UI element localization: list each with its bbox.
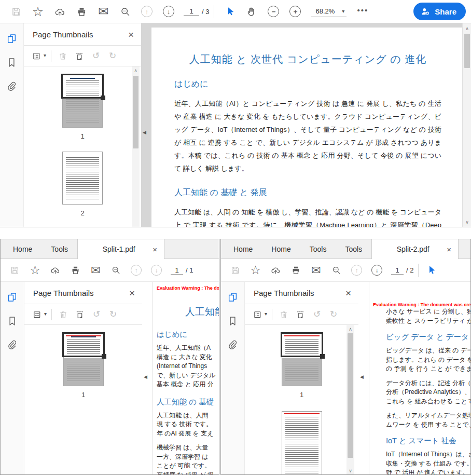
extract-page-icon — [75, 51, 84, 61]
scrollbar-thumb[interactable] — [348, 333, 353, 458]
scroll-up-icon[interactable]: ∧ — [463, 24, 471, 32]
scroll-down-icon[interactable]: ∨ — [463, 218, 471, 226]
attachments-tab[interactable] — [3, 77, 21, 95]
zoom-in-button[interactable]: + — [284, 3, 306, 20]
rotate-left-button[interactable]: ↺ — [309, 307, 325, 322]
page-thumbnails-tab[interactable] — [3, 30, 21, 47]
app-tab[interactable]: Tools — [41, 239, 77, 259]
page-number-input[interactable] — [184, 7, 199, 16]
bookmarks-tab[interactable] — [224, 312, 242, 330]
hand-tool-button[interactable] — [241, 3, 262, 20]
previous-page-button[interactable]: ↑ — [126, 262, 146, 279]
app-tab[interactable]: Home — [4, 239, 41, 259]
app-tab[interactable]: Home — [262, 239, 300, 259]
thumbnails-scrollbar[interactable]: ∧ — [132, 66, 140, 227]
rotate-left-button[interactable]: ↺ — [88, 49, 104, 63]
star-icon: ☆ — [30, 264, 40, 276]
thumbnail-options-button[interactable] — [29, 49, 45, 63]
delete-page-button[interactable] — [55, 49, 71, 63]
save-button[interactable] — [5, 262, 25, 279]
document-tab[interactable]: Split-1.pdf × — [77, 239, 164, 259]
rotate-left-button[interactable]: ↺ — [89, 307, 104, 322]
delete-page-button[interactable] — [276, 307, 292, 322]
favorite-button[interactable]: ☆ — [27, 3, 49, 20]
rotate-right-button[interactable]: ↻ — [326, 307, 341, 322]
close-icon[interactable]: × — [345, 288, 351, 298]
select-tool-button[interactable] — [219, 3, 241, 20]
page-number-input[interactable] — [391, 266, 404, 275]
cloud-upload-button[interactable] — [49, 3, 71, 20]
thumbnail-options-button[interactable] — [30, 307, 45, 322]
document-scrollbar[interactable]: ∧ ∨ — [462, 23, 471, 227]
thumbnails-scrollbar[interactable]: ∧ ∨ — [347, 325, 354, 474]
viewport-indicator[interactable] — [281, 332, 323, 357]
thumbnail-page-1[interactable]: 1 — [282, 333, 322, 399]
zoom-level-dropdown[interactable]: 68.2% ▾ — [311, 6, 347, 17]
close-icon[interactable]: × — [128, 30, 134, 39]
print-button[interactable] — [65, 262, 86, 279]
email-button[interactable]: ✉ — [306, 262, 326, 279]
favorite-button[interactable]: ☆ — [245, 262, 266, 279]
app-tab[interactable]: Tools — [300, 239, 336, 259]
scroll-up-icon[interactable]: ∧ — [347, 325, 354, 333]
find-button[interactable] — [326, 262, 347, 279]
thumbnail-options-button[interactable] — [250, 307, 266, 322]
find-button[interactable] — [106, 262, 126, 279]
document-view[interactable]: Evaluation Warning : The docum人工知能はじめに近年… — [153, 282, 219, 474]
next-page-button[interactable]: ↓ — [146, 262, 167, 279]
scrollbar-thumb[interactable] — [464, 34, 470, 68]
extract-page-button[interactable] — [72, 49, 87, 63]
rotate-right-button[interactable]: ↻ — [105, 49, 120, 63]
thumbnail-page-1[interactable]: 1 — [63, 333, 104, 399]
cloud-upload-button[interactable] — [45, 262, 65, 279]
thumbnail-page-2[interactable]: 2 — [62, 152, 103, 217]
document-view[interactable]: Evaluation Warning : The document was cr… — [369, 282, 470, 474]
app-tab[interactable]: Tools — [336, 239, 371, 259]
next-page-button[interactable]: ↓ — [367, 262, 387, 279]
extract-page-button[interactable] — [72, 307, 88, 322]
page-thumbnails-tab[interactable] — [4, 288, 21, 306]
document-tab[interactable]: Split-2.pdf × — [371, 239, 459, 259]
share-button[interactable]: Share — [413, 3, 466, 20]
favorite-button[interactable]: ☆ — [25, 262, 45, 279]
close-icon[interactable]: × — [129, 288, 135, 298]
previous-page-button[interactable]: ↑ — [347, 262, 367, 279]
close-icon[interactable]: × — [447, 246, 451, 253]
email-button[interactable]: ✉ — [86, 262, 106, 279]
print-button[interactable] — [286, 262, 306, 279]
bookmarks-tab[interactable] — [3, 53, 21, 71]
close-icon[interactable]: × — [153, 246, 157, 253]
previous-page-button[interactable]: ↑ — [136, 3, 158, 20]
print-button[interactable] — [71, 3, 92, 20]
viewport-indicator[interactable] — [62, 332, 105, 357]
delete-page-button[interactable] — [56, 307, 71, 322]
thumbnail-page-1[interactable]: 1 — [62, 75, 103, 140]
extract-page-button[interactable] — [293, 307, 308, 322]
cloud-upload-button[interactable] — [266, 262, 286, 279]
app-tab[interactable]: Home — [224, 239, 262, 259]
scroll-down-icon[interactable]: ∨ — [347, 467, 354, 474]
document-view[interactable]: 人工知能 と 次世代 コンピューティング の 進化 はじめに 近年、人工知能（A… — [151, 23, 471, 227]
save-button[interactable] — [225, 262, 245, 279]
collapse-panel-icon[interactable]: ◀ — [143, 130, 146, 135]
page-thumbnails-tab[interactable] — [224, 288, 242, 306]
select-tool-button[interactable] — [423, 262, 439, 279]
document-text: Evaluation Warning : The document was cr… — [369, 298, 470, 474]
scroll-up-icon[interactable]: ∧ — [132, 66, 140, 74]
scrollbar-thumb[interactable] — [133, 76, 138, 148]
bookmarks-tab[interactable] — [4, 312, 21, 330]
viewport-indicator[interactable] — [61, 74, 104, 99]
rotate-right-button[interactable]: ↻ — [105, 307, 121, 322]
more-tools-button[interactable]: ••• — [357, 6, 368, 15]
attachments-tab[interactable] — [4, 336, 21, 353]
collapse-panel-icon[interactable]: ◀ — [144, 374, 147, 379]
zoom-out-button[interactable]: − — [262, 3, 284, 20]
attachments-tab[interactable] — [224, 336, 242, 353]
thumbnail-page-2[interactable] — [282, 411, 322, 474]
collapse-panel-icon[interactable]: ◀ — [360, 374, 364, 379]
find-button[interactable] — [114, 3, 136, 20]
next-page-button[interactable]: ↓ — [158, 3, 179, 20]
save-button[interactable] — [5, 3, 27, 20]
page-number-input[interactable] — [171, 266, 183, 275]
email-button[interactable]: ✉ — [92, 3, 114, 20]
